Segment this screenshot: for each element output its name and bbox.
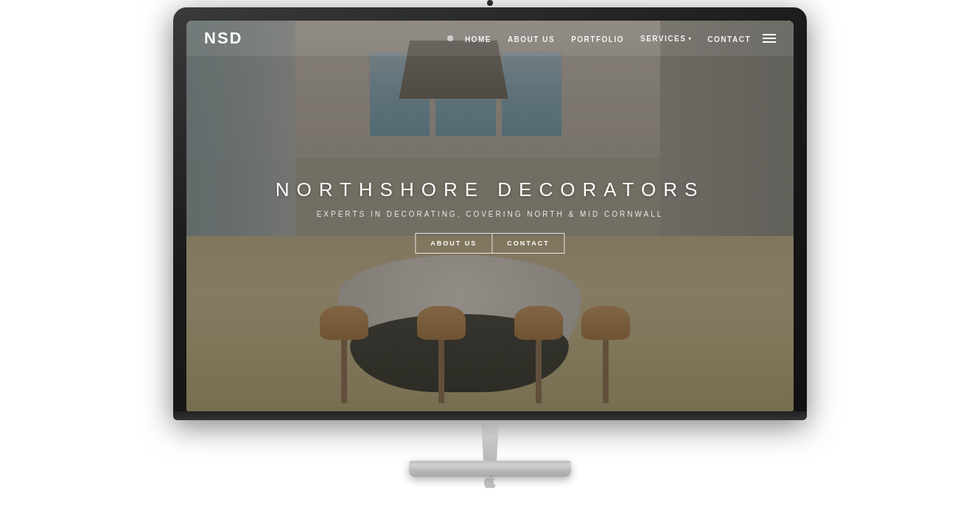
monitor-bezel: NSD HOME ABOUT US PORTFOLIO SER [186,21,794,411]
nav-dot [447,35,453,41]
nav-link-about[interactable]: ABOUT US [508,35,555,43]
services-dropdown-icon: ▾ [688,35,691,42]
monitor-bottom-bar [173,411,807,420]
monitor-wrapper: NSD HOME ABOUT US PORTFOLIO SER [173,7,807,509]
nav-item-contact[interactable]: CONTACT [707,32,751,45]
hamburger-line-3 [763,41,776,43]
hero-title: NORTHSHORE DECORATORS [247,178,732,201]
monitor-base [409,461,571,477]
nav-links: HOME ABOUT US PORTFOLIO SERVICES ▾ [465,32,751,45]
hero-content: NORTHSHORE DECORATORS EXPERTS IN DECORAT… [247,178,732,254]
hero-contact-button[interactable]: CONTACT [492,233,564,254]
nav-link-services[interactable]: SERVICES [640,35,686,43]
nav-link-home[interactable]: HOME [465,35,491,43]
hamburger-line-2 [763,38,776,39]
nav-logo[interactable]: NSD [204,29,242,48]
hero-subtitle: EXPERTS IN DECORATING, COVERING NORTH & … [247,210,732,218]
hamburger-menu[interactable] [763,34,776,43]
camera-dot [487,0,493,6]
monitor-neck [468,420,512,461]
hamburger-line-1 [763,34,776,35]
nav-item-portfolio[interactable]: PORTFOLIO [571,32,624,45]
nav-item-about[interactable]: ABOUT US [508,32,555,45]
nav-link-portfolio[interactable]: PORTFOLIO [571,35,624,43]
nav-item-home[interactable]: HOME [465,32,491,45]
navbar: NSD HOME ABOUT US PORTFOLIO SER [186,21,794,56]
apple-logo-icon [484,475,496,488]
monitor-outer: NSD HOME ABOUT US PORTFOLIO SER [173,7,807,420]
nav-link-contact[interactable]: CONTACT [707,35,751,43]
hero-about-button[interactable]: ABOUT US [415,233,492,254]
nav-item-services[interactable]: SERVICES ▾ [640,35,691,43]
hero-buttons: ABOUT US CONTACT [247,233,732,254]
screen: NSD HOME ABOUT US PORTFOLIO SER [186,21,794,411]
